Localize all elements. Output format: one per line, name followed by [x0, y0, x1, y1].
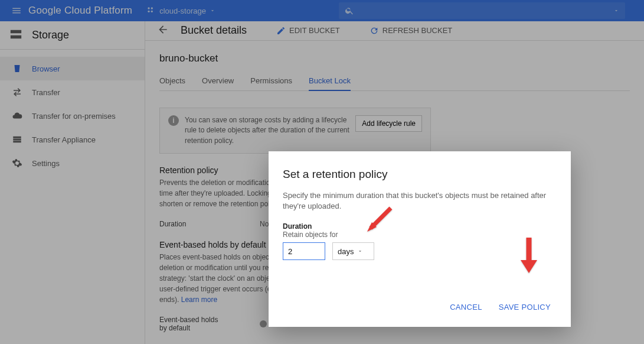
duration-unit-select[interactable]: days: [332, 242, 374, 260]
dialog-title: Set a retention policy: [283, 168, 557, 181]
cancel-button[interactable]: CANCEL: [444, 298, 488, 316]
dialog-description: Specify the minimum duration that this b…: [283, 190, 557, 212]
save-policy-button[interactable]: SAVE POLICY: [493, 298, 557, 316]
retention-policy-dialog: Set a retention policy Specify the minim…: [269, 151, 571, 327]
duration-field-label: Duration: [283, 222, 557, 231]
chevron-down-icon: [357, 248, 363, 254]
duration-input[interactable]: [283, 242, 325, 260]
duration-field-sublabel: Retain objects for: [283, 231, 557, 239]
